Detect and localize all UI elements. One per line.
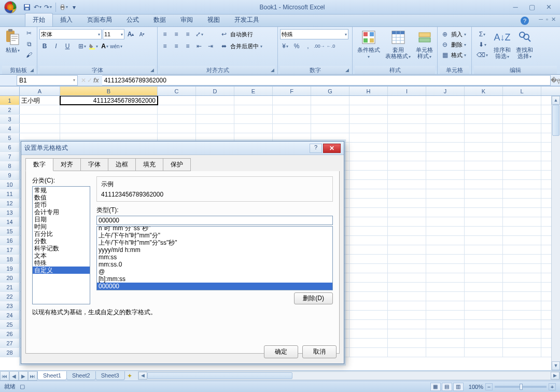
mdi-close[interactable]: ✕ bbox=[551, 16, 556, 23]
zoom-slider[interactable] bbox=[495, 386, 547, 388]
undo-icon[interactable]: ↶ bbox=[33, 3, 41, 11]
row-header-17[interactable]: 17 bbox=[0, 245, 20, 254]
type-item[interactable]: @ bbox=[97, 268, 332, 275]
dlg-tab-number[interactable]: 数字 bbox=[25, 158, 53, 171]
dlg-tab-protect[interactable]: 保护 bbox=[163, 158, 191, 171]
scroll-down-icon[interactable]: ▼ bbox=[552, 361, 560, 370]
formula-input[interactable]: 411123456789362000 bbox=[102, 75, 551, 86]
cell-K7[interactable] bbox=[465, 152, 503, 161]
enter-formula-icon[interactable]: ✓ bbox=[87, 77, 92, 84]
cell-I5[interactable] bbox=[388, 133, 426, 142]
sheet-tab-3[interactable]: Sheet3 bbox=[95, 371, 125, 380]
normal-view-icon[interactable]: ▦ bbox=[430, 383, 441, 391]
category-item[interactable]: 特殊 bbox=[33, 259, 90, 267]
cell-J9[interactable] bbox=[426, 171, 465, 179]
cell-I3[interactable] bbox=[388, 115, 426, 123]
cell-I1[interactable] bbox=[388, 96, 426, 105]
align-right-icon[interactable]: ≡ bbox=[183, 41, 193, 51]
row-header-3[interactable]: 3 bbox=[0, 115, 20, 123]
cell-L14[interactable] bbox=[503, 217, 541, 226]
sort-filter-button[interactable]: A↓Z排序和 筛选 bbox=[492, 28, 513, 61]
cell-K11[interactable] bbox=[465, 189, 503, 198]
pagelayout-view-icon[interactable]: ▤ bbox=[442, 383, 452, 391]
print-icon[interactable] bbox=[60, 3, 68, 11]
bold-button[interactable]: B bbox=[39, 41, 50, 51]
cell-I8[interactable] bbox=[388, 161, 426, 170]
cell-F4[interactable] bbox=[273, 124, 311, 133]
align-left-icon[interactable]: ≡ bbox=[160, 41, 170, 51]
cell-K16[interactable] bbox=[465, 236, 503, 245]
cell-J23[interactable] bbox=[426, 301, 465, 310]
cell-J1[interactable] bbox=[426, 96, 465, 105]
category-item[interactable]: 百分比 bbox=[33, 230, 90, 237]
cell-D2[interactable] bbox=[196, 105, 234, 114]
cell-J17[interactable] bbox=[426, 245, 465, 254]
cell-F2[interactable] bbox=[273, 105, 311, 114]
cell-H2[interactable] bbox=[349, 105, 388, 114]
cell-H20[interactable] bbox=[349, 273, 388, 282]
cell-I23[interactable] bbox=[388, 301, 426, 310]
cell-L19[interactable] bbox=[503, 264, 541, 273]
cell-I22[interactable] bbox=[388, 292, 426, 301]
row-header-14[interactable]: 14 bbox=[0, 217, 20, 226]
scroll-up-icon[interactable]: ▲ bbox=[552, 96, 560, 105]
col-header-D[interactable]: D bbox=[196, 87, 234, 95]
currency-icon[interactable]: ¥ bbox=[280, 41, 290, 51]
cell-H17[interactable] bbox=[349, 245, 388, 254]
increase-indent-icon[interactable]: ⇥ bbox=[205, 41, 216, 51]
cell-I26[interactable] bbox=[388, 329, 426, 338]
paste-button[interactable]: 粘贴 bbox=[2, 28, 23, 54]
cell-H24[interactable] bbox=[349, 311, 388, 319]
cell-J11[interactable] bbox=[426, 189, 465, 198]
format-painter-icon[interactable]: 🖌 bbox=[24, 50, 34, 60]
zoom-out-button[interactable]: − bbox=[485, 383, 493, 390]
row-header-2[interactable]: 2 bbox=[0, 105, 20, 114]
mdi-minimize[interactable]: ─ bbox=[539, 16, 543, 23]
cell-F3[interactable] bbox=[273, 115, 311, 123]
sheet-next-icon[interactable]: ▶ bbox=[19, 371, 28, 381]
category-item[interactable]: 数值 bbox=[33, 194, 90, 201]
col-header-L[interactable]: L bbox=[503, 87, 541, 95]
tab-insert[interactable]: 插入 bbox=[53, 13, 80, 26]
cell-K26[interactable] bbox=[465, 329, 503, 338]
tab-home[interactable]: 开始 bbox=[25, 13, 53, 26]
scroll-left-icon[interactable]: ◀ bbox=[138, 372, 147, 380]
cell-L3[interactable] bbox=[503, 115, 541, 123]
insert-cells-button[interactable]: ⊕插入 bbox=[440, 29, 466, 39]
cell-D3[interactable] bbox=[196, 115, 234, 123]
cell-I18[interactable] bbox=[388, 255, 426, 263]
col-header-F[interactable]: F bbox=[273, 87, 311, 95]
cell-K25[interactable] bbox=[465, 320, 503, 329]
cell-I11[interactable] bbox=[388, 189, 426, 198]
pagebreak-view-icon[interactable]: ▥ bbox=[453, 383, 464, 391]
cell-L21[interactable] bbox=[503, 283, 541, 291]
cell-A4[interactable] bbox=[20, 124, 60, 133]
increase-decimal-icon[interactable]: .00→ bbox=[314, 41, 325, 51]
row-header-16[interactable]: 16 bbox=[0, 236, 20, 245]
sheet-prev-icon[interactable]: ◀ bbox=[9, 371, 19, 381]
cell-H14[interactable] bbox=[349, 217, 388, 226]
cell-H11[interactable] bbox=[349, 189, 388, 198]
find-select-button[interactable]: 查找和 选择 bbox=[514, 28, 535, 61]
type-item[interactable]: 000000 bbox=[97, 283, 332, 290]
sheet-tab-1[interactable]: Sheet1 bbox=[37, 371, 67, 380]
autosum-icon[interactable]: Σ bbox=[474, 29, 491, 39]
cell-K15[interactable] bbox=[465, 227, 503, 235]
type-item[interactable]: mm:ss bbox=[97, 254, 332, 261]
cell-L7[interactable] bbox=[503, 152, 541, 161]
cell-K14[interactable] bbox=[465, 217, 503, 226]
tab-developer[interactable]: 开发工具 bbox=[227, 13, 267, 26]
row-header-15[interactable]: 15 bbox=[0, 227, 20, 235]
cell-G2[interactable] bbox=[311, 105, 349, 114]
scroll-right-icon[interactable]: ▶ bbox=[551, 372, 559, 380]
zoom-level[interactable]: 100% bbox=[469, 384, 483, 390]
cut-icon[interactable]: ✂ bbox=[24, 28, 34, 38]
cell-K24[interactable] bbox=[465, 311, 503, 319]
cell-K18[interactable] bbox=[465, 255, 503, 263]
cell-H8[interactable] bbox=[349, 161, 388, 170]
cell-K2[interactable] bbox=[465, 105, 503, 114]
cell-L16[interactable] bbox=[503, 236, 541, 245]
cell-I20[interactable] bbox=[388, 273, 426, 282]
row-header-19[interactable]: 19 bbox=[0, 264, 20, 273]
type-input[interactable] bbox=[96, 216, 333, 225]
